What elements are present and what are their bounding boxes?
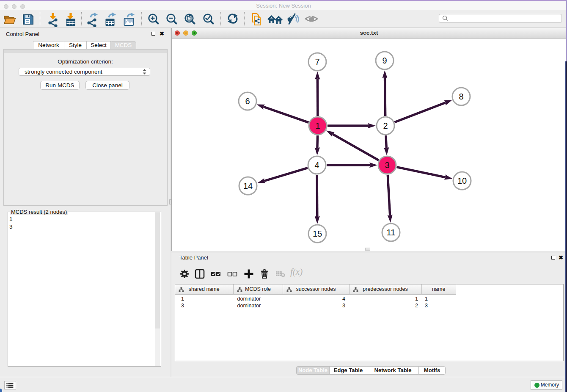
svg-text:14: 14 — [243, 181, 253, 190]
svg-text:6: 6 — [245, 97, 250, 106]
svg-text:1: 1 — [315, 121, 320, 130]
svg-text:11: 11 — [387, 228, 396, 237]
svg-text:7: 7 — [315, 57, 319, 66]
svg-text:4: 4 — [314, 160, 319, 170]
svg-text:10: 10 — [457, 176, 467, 185]
svg-text:3: 3 — [385, 160, 389, 170]
svg-text:8: 8 — [459, 92, 463, 101]
svg-text:9: 9 — [382, 56, 387, 65]
svg-text:15: 15 — [313, 229, 322, 238]
svg-text:2: 2 — [383, 121, 388, 130]
